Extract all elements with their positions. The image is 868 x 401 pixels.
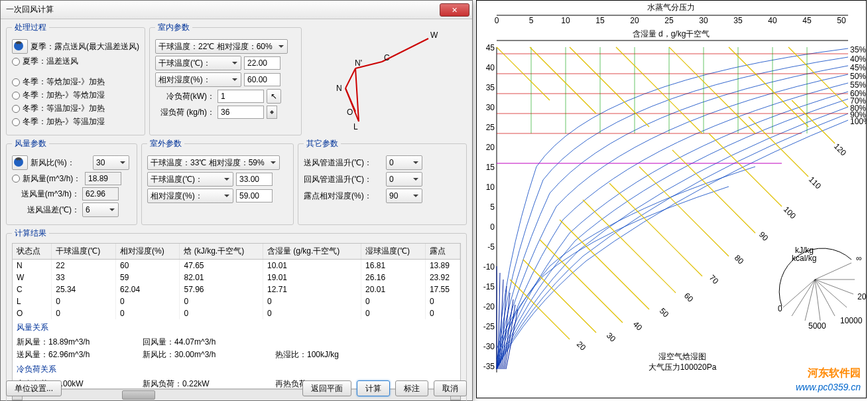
svg-text:N': N' (355, 58, 362, 68)
svg-text:O: O (347, 108, 353, 117)
freshair-vol-input[interactable]: 18.89 (85, 172, 121, 185)
svg-line-61 (560, 220, 649, 309)
svg-text:20: 20 (575, 339, 588, 353)
col-header: 干球温度(℃) (52, 244, 116, 260)
radio-winter-iso-heat[interactable] (12, 78, 20, 86)
outdoor-rh-input[interactable]: 59.00 (236, 189, 273, 202)
svg-text:20: 20 (630, 16, 639, 25)
svg-text:0: 0 (490, 222, 495, 232)
results-legend: 计算结果 (12, 228, 49, 239)
svg-line-102 (815, 280, 847, 307)
results-group: 计算结果 状态点干球温度(℃)相对湿度(%)焓 (kJ/kg.干空气)含湿量 (… (6, 228, 467, 401)
table-row[interactable]: L000000 (13, 295, 460, 307)
outdoor-drybulb-select[interactable]: 干球温度(℃)： (147, 172, 233, 187)
radio-winter-isotemp-heat[interactable] (12, 105, 20, 113)
radio-summer-tempdiff[interactable] (12, 58, 20, 66)
svg-text:-20: -20 (483, 302, 495, 311)
outdoor-rh-select[interactable]: 相对湿度(%)： (147, 189, 233, 203)
svg-text:10: 10 (486, 183, 495, 192)
svg-text:10: 10 (561, 16, 570, 25)
svg-text:15: 15 (486, 163, 495, 172)
svg-text:40: 40 (486, 63, 495, 72)
indoor-drybulb-input[interactable]: 22.00 (244, 56, 280, 70)
calculate-button[interactable]: 计算 (357, 380, 390, 396)
indoor-rh-input[interactable]: 60.00 (244, 73, 280, 86)
supply-duct-temp-select[interactable]: 0 (386, 155, 422, 170)
other-group: 其它参数 送风管道温升(℃)：0 回风管道温升(℃)：0 露点相对湿度(%)：9… (298, 138, 467, 225)
svg-line-101 (815, 280, 835, 316)
cooling-load-input[interactable]: 1 (217, 90, 264, 103)
chart-title-1: 湿空气焓湿图 (658, 352, 706, 361)
indoor-rh-select[interactable]: 相对湿度(%)： (155, 72, 241, 87)
outdoor-legend: 室外参数 (147, 138, 184, 149)
svg-text:15: 15 (595, 16, 605, 25)
watermark-url: www.pc0359.cn (796, 382, 861, 392)
col-header: 露点 (425, 244, 460, 260)
svg-text:kcal/kg: kcal/kg (792, 254, 816, 263)
return-duct-temp-select[interactable]: 0 (386, 172, 422, 187)
chart-mid-label: 含湿量 d，g/kg干空气 (633, 29, 710, 39)
svg-text:120: 120 (832, 141, 848, 157)
table-row[interactable]: N226047.6510.0116.8113.89 (13, 260, 460, 272)
svg-line-98 (792, 280, 815, 316)
outdoor-drybulb-input[interactable]: 33.00 (236, 173, 273, 186)
svg-text:35: 35 (486, 83, 495, 92)
outdoor-summary-select[interactable]: 干球温度：33℃ 相对湿度：59% (147, 155, 280, 170)
dialog-title: 一次回风计算 (3, 4, 440, 15)
svg-text:30: 30 (486, 103, 495, 112)
svg-line-105 (815, 263, 851, 280)
airflow-legend: 风量参数 (12, 138, 49, 149)
table-row[interactable]: W335982.0119.0126.1623.92 (13, 272, 460, 283)
radio-summer-dewpoint[interactable] (12, 39, 28, 54)
svg-text:35: 35 (733, 16, 743, 25)
svg-text:30: 30 (699, 16, 708, 25)
supply-vol-input: 62.96 (82, 187, 119, 200)
chart-title-2: 大气压力100020Pa (649, 362, 717, 372)
svg-text:90: 90 (757, 230, 771, 243)
indoor-drybulb-select[interactable]: 干球温度(℃)： (155, 56, 241, 70)
svg-text:20000: 20000 (857, 292, 866, 301)
radio-winter-heat-isotemp[interactable] (12, 118, 20, 126)
close-button[interactable]: ✕ (440, 3, 469, 17)
svg-text:5: 5 (529, 16, 534, 25)
results-table: 状态点干球温度(℃)相对湿度(%)焓 (kJ/kg.干空气)含湿量 (g/kg.… (13, 244, 460, 319)
svg-text:20: 20 (486, 143, 495, 152)
col-header: 相对湿度(%) (116, 244, 180, 260)
back-button[interactable]: 返回平面 (302, 380, 351, 396)
unit-settings-button[interactable]: 单位设置... (6, 380, 62, 396)
svg-text:45: 45 (486, 43, 495, 52)
svg-line-73 (669, 47, 755, 133)
indoor-summary-select[interactable]: 干球温度：22℃ 相对湿度：60% (155, 39, 288, 54)
svg-line-99 (805, 280, 815, 321)
svg-text:-25: -25 (483, 322, 495, 331)
freshair-ratio-select[interactable]: 30 (93, 155, 129, 170)
svg-text:45%: 45% (850, 63, 866, 72)
cancel-button[interactable]: 取消 (434, 380, 467, 396)
radio-freshair-ratio[interactable] (12, 155, 28, 170)
svg-text:50: 50 (837, 16, 846, 25)
moisture-spin[interactable] (267, 106, 277, 119)
annotate-button[interactable]: 标注 (395, 380, 428, 396)
supply-tempdiff-select[interactable]: 6 (82, 202, 119, 217)
svg-line-71 (570, 47, 649, 127)
dialog-window: 一次回风计算 ✕ 处理过程 夏季：露点送风(最大温差送风) 夏季：温差送风 冬季… (0, 0, 473, 401)
dewpoint-rh-select[interactable]: 90 (386, 189, 422, 203)
radio-winter-heat-iso[interactable] (12, 92, 20, 100)
svg-line-67 (749, 117, 808, 177)
moisture-load-input[interactable]: 36 (217, 106, 264, 119)
svg-text:100%: 100% (850, 117, 866, 126)
svg-text:∞: ∞ (856, 254, 862, 263)
cursor-icon: ↖ (271, 92, 277, 101)
outdoor-group: 室外参数 干球温度：33℃ 相对湿度：59% 干球温度(℃)：33.00 相对湿… (141, 138, 294, 225)
titlebar[interactable]: 一次回风计算 ✕ (1, 1, 472, 19)
table-row[interactable]: O000000 (13, 307, 460, 319)
results-panel[interactable]: 状态点干球温度(℃)相对湿度(%)焓 (kJ/kg.干空气)含湿量 (g/kg.… (12, 243, 461, 389)
col-header: 焓 (kJ/kg.干空气) (180, 244, 263, 260)
process-group: 处理过程 夏季：露点送风(最大温差送风) 夏季：温差送风 冬季：等焓加湿-》加热… (6, 22, 145, 135)
svg-text:45: 45 (802, 16, 812, 25)
col-header: 含湿量 (g/kg.干空气) (263, 244, 361, 260)
pick-button[interactable]: ↖ (267, 89, 281, 104)
table-row[interactable]: C25.3462.0457.9612.7120.0117.55 (13, 283, 460, 295)
radio-freshair-vol[interactable] (12, 175, 20, 183)
svg-text:55%: 55% (850, 80, 866, 90)
